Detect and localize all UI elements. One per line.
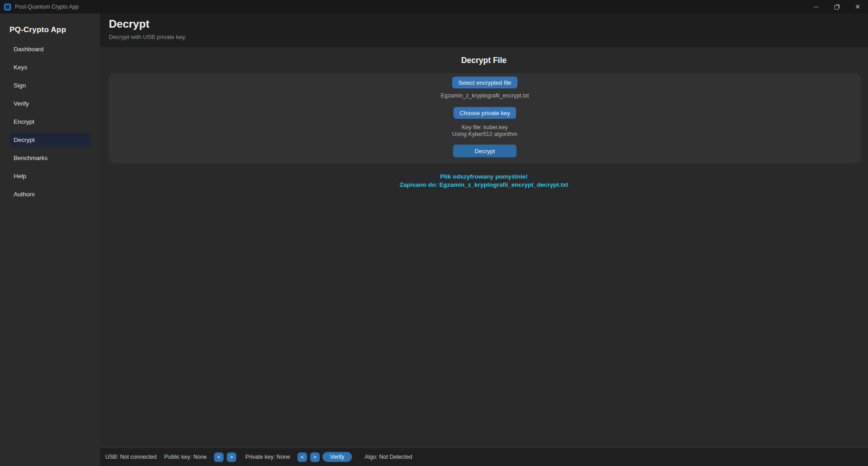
sidebar-item-keys[interactable]: Keys (10, 60, 91, 75)
decrypt-button[interactable]: Decrypt (453, 145, 517, 157)
page-subtitle: Decrypt with USB private key. (109, 34, 868, 40)
decrypt-card: Select encrypted file Egzamin_z_kryptogr… (109, 73, 861, 163)
sidebar-item-benchmarks[interactable]: Benchmarks (10, 151, 91, 165)
content-area: Decrypt File Select encrypted file Egzam… (100, 47, 868, 447)
usb-status: USB: Not connected (105, 454, 156, 460)
key-file-line: Key file: kuber.key (452, 124, 517, 131)
sidebar-item-help[interactable]: Help (10, 169, 91, 184)
sidebar-item-encrypt[interactable]: Encrypt (10, 115, 91, 129)
app-icon (4, 4, 11, 10)
sidebar-item-authors[interactable]: Authors (10, 187, 91, 202)
sidebar: PQ-Crypto App Dashboard Keys Sign Verify… (0, 14, 100, 466)
algorithm-line: Using Kyber512 algorithm (452, 131, 517, 138)
status-bar: USB: Not connected Public key: None < > … (100, 447, 868, 466)
key-info: Key file: kuber.key Using Kyber512 algor… (452, 124, 517, 138)
select-encrypted-file-button[interactable]: Select encrypted file (452, 77, 517, 88)
sidebar-app-title: PQ-Crypto App (0, 21, 100, 39)
choose-private-key-button[interactable]: Choose private key (454, 107, 516, 119)
result-message: Plik odszyfrowany pomyślnie! Zapisano do… (100, 173, 868, 189)
algo-status: Algo: Not Detected (365, 454, 412, 460)
minimize-icon (814, 7, 819, 7)
sidebar-nav: Dashboard Keys Sign Verify Encrypt Decry… (0, 39, 100, 202)
sidebar-item-verify[interactable]: Verify (10, 97, 91, 111)
public-key-status: Public key: None (164, 454, 207, 460)
private-key-next-button[interactable]: > (310, 452, 320, 462)
sidebar-item-sign[interactable]: Sign (10, 78, 91, 93)
result-line-saved-path: Zapisano do: Egzamin_z_kryptografii_encr… (100, 181, 868, 189)
public-key-next-button[interactable]: > (227, 452, 236, 462)
window-controls: ✕ (805, 0, 868, 14)
title-bar: Post-Quantum Crypto App ✕ (0, 0, 868, 14)
minimize-button[interactable] (805, 0, 826, 14)
verify-button[interactable]: Verify (322, 452, 352, 462)
section-title: Decrypt File (100, 56, 868, 65)
sidebar-item-decrypt[interactable]: Decrypt (10, 133, 91, 147)
private-key-prev-button[interactable]: < (297, 452, 307, 462)
maximize-button[interactable] (826, 0, 847, 14)
private-key-status: Private key: None (245, 454, 290, 460)
result-line-success: Plik odszyfrowany pomyślnie! (100, 173, 868, 181)
selected-file-name: Egzamin_z_kryptografii_encrypt.txt (441, 92, 529, 99)
public-key-prev-button[interactable]: < (214, 452, 224, 462)
page-header: Decrypt Decrypt with USB private key. (100, 14, 868, 47)
restore-icon (834, 5, 839, 10)
sidebar-item-dashboard[interactable]: Dashboard (10, 42, 91, 57)
window-title: Post-Quantum Crypto App (15, 4, 78, 10)
close-button[interactable]: ✕ (847, 0, 868, 14)
page-title: Decrypt (109, 18, 868, 30)
close-icon: ✕ (855, 4, 860, 10)
main-area: Decrypt Decrypt with USB private key. De… (100, 14, 868, 466)
